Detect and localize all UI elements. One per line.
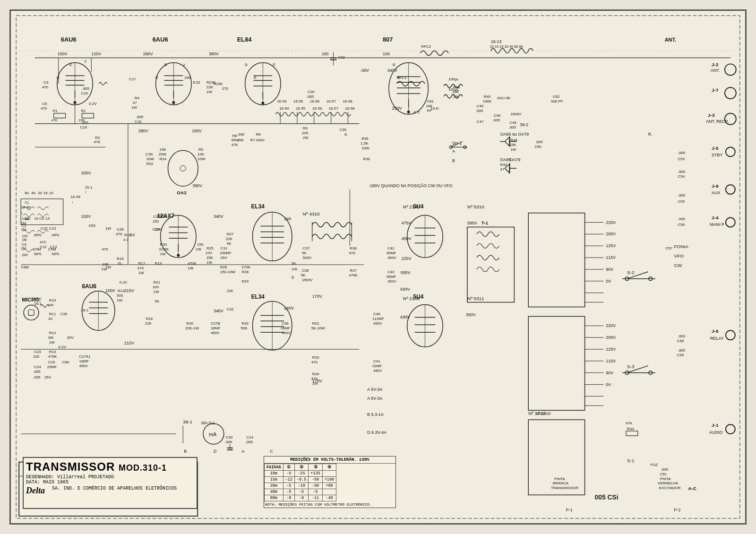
svg-text:R44: R44 [627,427,634,431]
tube-label-el84: EL84 [237,36,252,43]
svg-text:R3: R3 [95,136,100,140]
svg-text:OA65 ou OA79: OA65 ou OA79 [500,132,529,137]
svg-text:1K: 1K [48,317,53,321]
svg-text:470: 470 [349,251,355,255]
svg-text:.005: .005 [476,109,483,113]
svg-text:C51: C51 [660,472,667,476]
svg-text:100: 100 [102,262,109,267]
svg-text:C15: C15 [49,226,56,231]
svg-text:.005: .005 [535,140,543,144]
svg-rect-0 [11,11,744,523]
circuit-diagram: 6AU6 6AU6 EL84 807 [11,11,745,523]
svg-text:C33: C33 [226,435,233,439]
svg-text:R4: R4 [135,96,140,100]
svg-text:470: 470 [52,118,57,122]
svg-text:C55: C55 [678,199,685,204]
svg-text:450V: 450V [373,369,382,373]
svg-text:C43: C43 [387,270,395,274]
svg-text:450V: 450V [402,236,412,241]
svg-text:1M: 1M [21,221,26,225]
svg-text:R34: R34 [312,372,319,376]
svg-text:A  5V-3A: A 5V-3A [367,387,382,392]
svg-text:C13: C13 [50,245,57,249]
svg-text:R1: R1 [53,109,58,113]
svg-text:OA2: OA2 [177,190,187,195]
svg-text:.001+3K: .001+3K [497,96,511,100]
svg-text:1M: 1M [21,227,26,232]
svg-text:.005: .005 [678,151,685,155]
title-block: TRANSMISSOR MOD.310-1 DESENHADO: Villarr… [23,457,198,509]
svg-text:100K: 100K [483,99,492,103]
svg-text:FONIA: FONIA [674,244,689,249]
svg-text:430V: 430V [400,287,410,292]
svg-text:280V: 280V [138,129,148,133]
svg-text:450V: 450V [387,256,396,260]
svg-text:450V: 450V [387,279,396,284]
svg-text:16-57: 16-57 [326,99,336,103]
svg-text:↕: ↕ [85,190,86,194]
svg-text:SL: SL [118,261,122,266]
svg-text:1W: 1W [292,267,297,271]
svg-text:J-7: J-7 [712,87,719,93]
svg-text:mA: mA [209,431,217,437]
svg-text:R2: R2 [81,109,86,113]
svg-text:10W: 10W [361,146,369,150]
watermark-text: 005 CSi [594,493,618,501]
svg-text:120V: 120V [91,52,101,56]
svg-text:C40: C40 [373,312,380,316]
svg-text:R17: R17 [138,261,146,266]
svg-text:R14: R14 [118,289,125,293]
svg-text:C28: C28 [117,227,124,232]
svg-text:22K: 22K [206,85,214,89]
svg-text:C60: C60 [62,360,69,364]
svg-text:C53: C53 [678,157,685,161]
svg-text:AUX: AUX [712,190,720,195]
svg-text:2W: 2W [303,136,309,140]
svg-text:595V: 595V [467,221,477,225]
svg-text:.005: .005 [661,467,669,472]
svg-text:ANT.: ANT. [711,68,720,73]
svg-text:C16: C16 [80,125,87,129]
svg-text:16-55: 16-55 [293,99,303,103]
svg-text:C38: C38 [302,268,309,273]
title-date: DATA: MAIO 1965 [26,480,194,485]
svg-text:930 PF: 930 PF [551,99,563,103]
svg-text:1W: 1W [49,340,55,345]
svg-text:-180V QUANDO NA POSIÇÃO CW OU : -180V QUANDO NA POSIÇÃO CW OU VFO [369,183,452,188]
svg-text:D  6.3V-4A: D 6.3V-4A [367,430,387,435]
svg-text:150MF: 150MF [220,251,232,255]
svg-text:RFC: RFC [34,297,42,301]
svg-text:16MF: 16MF [281,326,290,330]
svg-text:470K: 470K [188,261,197,266]
svg-text:.005: .005 [678,193,685,198]
svg-text:STBY: STBY [712,153,722,157]
svg-text:R40: R40 [484,95,491,99]
svg-text:R13: R13 [49,350,56,354]
svg-text:R36: R36 [350,246,357,250]
svg-text:J-8: J-8 [712,183,719,189]
svg-point-40 [177,254,180,257]
svg-text:C10: C10 [41,226,48,231]
svg-text:NP0: NP0 [52,252,60,256]
svg-text:C9: C9 [43,80,49,85]
svg-point-30 [407,111,410,113]
svg-text:C57: C57 [666,246,673,250]
svg-text:R27: R27 [227,232,234,236]
svg-text:A-C: A-C [688,486,696,491]
svg-text:.005: .005 [678,348,685,353]
svg-text:15K: 15K [160,147,167,152]
svg-text:C26: C26 [60,312,68,316]
svg-text:R28: R28 [242,270,249,274]
svg-text:110C: 110C [22,216,31,221]
svg-text:C50: C50 [534,145,541,149]
svg-text:C37: C37 [303,246,310,250]
svg-text:90V: 90V [606,267,613,272]
svg-text:200V: 200V [606,335,616,340]
tube-label-807: 807 [383,36,393,43]
svg-text:47: 47 [500,167,505,172]
svg-text:240: 240 [284,216,291,221]
svg-text:47K: 47K [232,143,239,147]
svg-text:Nº 5311: Nº 5311 [467,296,484,301]
svg-text:15: 15 [43,191,48,195]
svg-text:1W: 1W [510,147,516,152]
